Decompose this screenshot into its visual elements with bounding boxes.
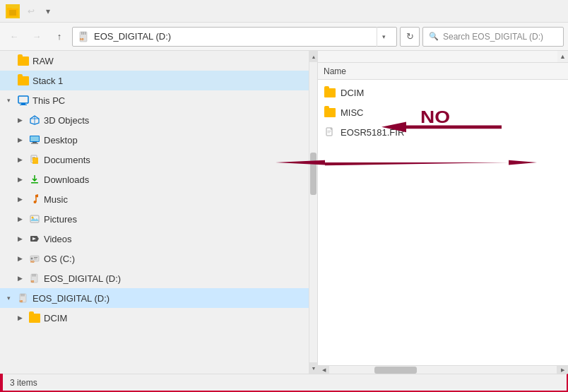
svg-rect-6 <box>85 32 86 35</box>
expand-3dobjects[interactable]: ▶ <box>14 114 25 126</box>
sidebar-item-label-documents: Documents <box>44 155 306 165</box>
h-scrollbar-right-btn[interactable]: ▶ <box>557 366 568 374</box>
svg-marker-30 <box>37 237 39 241</box>
sidebar-item-raw[interactable]: RAW <box>0 51 309 71</box>
sidebar-scrollbar[interactable]: ▲ ▼ <box>309 51 317 374</box>
sidebar-item-dcim[interactable]: ▶ DCIM <box>0 308 309 328</box>
scrollbar-down-btn[interactable]: ▼ <box>309 362 318 374</box>
drive-sd-icon-2: SD <box>17 292 30 304</box>
expand-videos[interactable]: ▶ <box>14 233 25 244</box>
scrollbar-thumb[interactable] <box>310 153 316 195</box>
address-icon: SD <box>78 31 90 42</box>
folder-icon <box>17 74 30 87</box>
expand-osc[interactable]: ▶ <box>14 253 25 264</box>
file-name-eosr5181: EOSR5181.FIR <box>341 127 404 138</box>
search-bar[interactable]: 🔍 Search EOS_DIGITAL (D:) <box>422 27 564 47</box>
folder-icon-misc <box>324 106 336 119</box>
h-scrollbar-thumb[interactable] <box>374 367 417 374</box>
3dobjects-icon <box>28 114 41 126</box>
sidebar-item-desktop[interactable]: ▶ Desktop <box>0 130 309 150</box>
svg-rect-2 <box>9 10 16 16</box>
dropdown-button[interactable]: ▾ <box>40 3 57 20</box>
sidebar-item-stack1[interactable]: Stack 1 <box>0 71 309 90</box>
red-border <box>0 374 3 392</box>
svg-rect-23 <box>31 182 38 184</box>
file-list: DCIM MISC <box>318 80 568 365</box>
expand-eosd[interactable]: ▶ <box>14 273 25 284</box>
file-name-dcim: DCIM <box>341 88 364 98</box>
sidebar-item-music[interactable]: ▶ Music <box>0 189 309 209</box>
sidebar-item-videos[interactable]: ▶ Videos <box>0 229 309 249</box>
folder-icon-dcim <box>28 311 41 324</box>
expand-music[interactable]: ▶ <box>14 194 25 205</box>
sidebar-item-label-desktop: Desktop <box>44 135 306 145</box>
svg-rect-38 <box>32 274 33 277</box>
svg-text:SD: SD <box>80 37 84 41</box>
sidebar-item-label-raw: RAW <box>32 56 306 66</box>
undo-button[interactable]: ↩ <box>23 3 40 20</box>
address-text: EOS_DIGITAL (D:) <box>94 31 372 42</box>
sidebar-item-label-thispc: This PC <box>32 95 306 106</box>
svg-rect-45 <box>24 294 25 297</box>
sidebar-item-3dobjects[interactable]: ▶ 3D Objects <box>0 110 309 130</box>
sidebar-item-label-downloads: Downloads <box>44 174 306 185</box>
status-bar: 3 items <box>0 374 568 392</box>
sidebar-item-downloads[interactable]: ▶ Downloads <box>0 170 309 189</box>
svg-rect-16 <box>31 143 38 144</box>
back-button[interactable]: ← <box>4 27 24 47</box>
desktop-icon <box>28 133 41 146</box>
horizontal-scrollbar[interactable]: ◀ ▶ <box>318 365 568 374</box>
sidebar-item-label-3dobjects: 3D Objects <box>44 115 306 126</box>
drive-c-icon: SD <box>28 252 41 265</box>
refresh-button[interactable]: ↻ <box>400 27 420 47</box>
right-scroll-up-btn[interactable]: ▲ <box>557 51 568 62</box>
folder-icon <box>17 54 30 67</box>
svg-rect-35 <box>34 259 37 259</box>
svg-rect-1 <box>7 8 12 10</box>
content-wrapper: RAW Stack 1 ▾ <box>0 51 568 374</box>
downloads-icon <box>28 173 41 186</box>
svg-point-25 <box>34 201 37 203</box>
forward-button[interactable]: → <box>27 27 47 47</box>
sidebar-item-eosd[interactable]: ▶ SD EOS_DIGITAL (D:) <box>0 268 309 288</box>
svg-rect-43 <box>21 294 22 297</box>
sidebar-item-label-videos: Videos <box>44 234 306 244</box>
file-item-misc[interactable]: MISC <box>318 102 568 122</box>
file-item-eosr5181[interactable]: EOSR5181.FIR <box>318 122 568 142</box>
svg-rect-51 <box>328 131 331 132</box>
scrollbar-up-btn[interactable]: ▲ <box>309 51 318 62</box>
file-item-dcim[interactable]: DCIM <box>318 83 568 102</box>
expand-thispc[interactable]: ▾ <box>3 95 14 106</box>
sidebar-item-documents[interactable]: ▶ Documents <box>0 150 309 170</box>
sidebar-item-pictures[interactable]: ▶ Pictures <box>0 209 309 229</box>
sidebar-item-eosd2[interactable]: ▾ SD EOS_DIGITAL (D:) <box>0 288 309 308</box>
sidebar-item-label-eosd: EOS_DIGITAL (D:) <box>44 273 306 284</box>
address-bar[interactable]: SD EOS_DIGITAL (D:) ▾ <box>72 27 397 47</box>
expand-eosd2[interactable]: ▾ <box>3 292 14 304</box>
svg-rect-39 <box>34 274 35 277</box>
expand-downloads[interactable]: ▶ <box>14 174 25 185</box>
up-button[interactable]: ↑ <box>49 27 69 47</box>
title-bar: ↩ ▾ <box>0 0 568 23</box>
address-dropdown-button[interactable]: ▾ <box>377 27 391 47</box>
expand-documents[interactable]: ▶ <box>14 154 25 165</box>
app-icon <box>6 4 20 18</box>
sidebar-item-thispc[interactable]: ▾ This PC <box>0 90 309 110</box>
column-header: Name <box>318 63 568 80</box>
column-name: Name <box>324 66 346 76</box>
videos-icon <box>28 232 41 245</box>
expand-dcim[interactable]: ▶ <box>14 312 25 323</box>
h-scrollbar-left-btn[interactable]: ◀ <box>318 366 329 374</box>
search-icon: 🔍 <box>429 32 439 41</box>
sidebar-item-osc[interactable]: ▶ SD OS (C:) <box>0 249 309 268</box>
pc-icon <box>17 94 30 107</box>
search-placeholder: Search EOS_DIGITAL (D:) <box>443 32 543 42</box>
folder-icon-dcim-right <box>324 86 336 99</box>
svg-rect-17 <box>30 136 39 141</box>
expand-desktop[interactable]: ▶ <box>14 134 25 145</box>
svg-text:SD: SD <box>30 260 35 263</box>
expand-pictures[interactable]: ▶ <box>14 213 25 225</box>
svg-rect-50 <box>328 131 331 131</box>
nav-bar: ← → ↑ SD EOS_DIGITAL (D:) ▾ ↻ 🔍 Search E… <box>0 23 568 51</box>
sidebar: RAW Stack 1 ▾ <box>0 51 309 374</box>
